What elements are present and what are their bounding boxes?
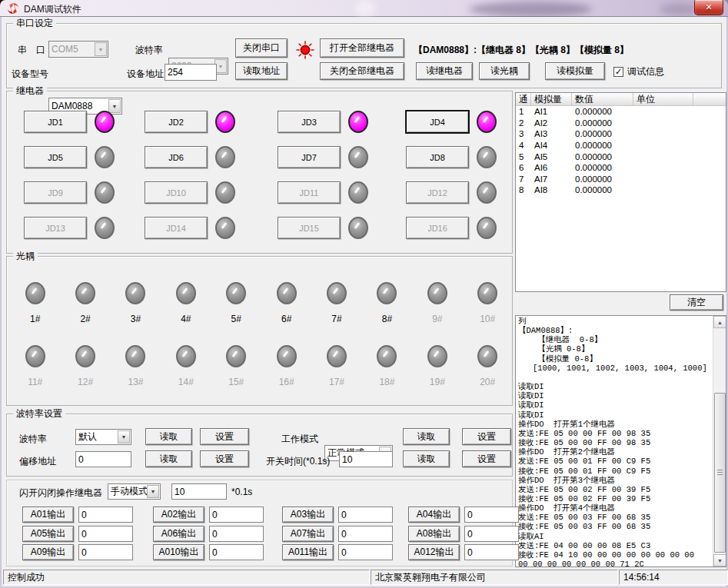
read-opto-button[interactable]: 读光耦 bbox=[479, 62, 530, 80]
output-value-input[interactable] bbox=[338, 507, 393, 523]
clear-log-button[interactable]: 清空 bbox=[670, 294, 723, 311]
relay-button[interactable]: JD7 bbox=[278, 146, 341, 168]
combo-baud-setting[interactable]: 默认 ▼ bbox=[75, 429, 131, 445]
output-value-input[interactable] bbox=[78, 544, 133, 560]
relay-button[interactable]: JD2 bbox=[145, 111, 208, 133]
debug-info-checkbox[interactable]: ✓ 调试信息 bbox=[613, 65, 664, 78]
relay-cell: JD3 bbox=[278, 111, 406, 146]
output-button[interactable]: A05输出 bbox=[22, 526, 74, 542]
read-address-button[interactable]: 读取地址 bbox=[235, 62, 288, 80]
table-row[interactable]: 1 AI1 0.000000 bbox=[516, 106, 726, 118]
relay-button[interactable]: JD3 bbox=[278, 111, 341, 133]
output-value-input[interactable] bbox=[464, 544, 519, 560]
log-output[interactable]: 列 【DAM0888】: 【继电器 0-8】 【光耦 0-8】 【模拟量 0-8… bbox=[518, 317, 711, 566]
table-row[interactable]: 5 AI5 0.000000 bbox=[516, 151, 726, 162]
output-value-input[interactable] bbox=[338, 544, 393, 560]
relay-led bbox=[348, 111, 368, 133]
table-row[interactable]: 4 AI4 0.000000 bbox=[516, 140, 726, 151]
output-value-input[interactable] bbox=[78, 526, 133, 542]
output-value-input[interactable] bbox=[464, 526, 519, 542]
checkbox-box[interactable]: ✓ bbox=[613, 67, 623, 77]
output-button[interactable]: A01输出 bbox=[22, 507, 74, 523]
output-cell: A07输出 bbox=[282, 526, 408, 544]
close-button[interactable]: ✕ bbox=[694, 0, 723, 15]
table-row[interactable]: 2 AI2 0.000000 bbox=[516, 118, 726, 129]
led-highlight bbox=[483, 116, 489, 123]
relay-button[interactable]: JD16 bbox=[406, 217, 469, 239]
output-button[interactable]: A09输出 bbox=[22, 544, 74, 560]
scroll-thumb[interactable] bbox=[714, 393, 726, 553]
combo-flash-mode[interactable]: 手动模式 ▼ bbox=[108, 483, 161, 500]
scroll-down-button[interactable]: ▼ bbox=[713, 554, 726, 566]
output-button[interactable]: A010输出 bbox=[153, 544, 204, 560]
table-header-cell[interactable]: 数值 bbox=[572, 93, 633, 105]
set-switch-time-button[interactable]: 设置 bbox=[462, 450, 511, 467]
output-button[interactable]: A011输出 bbox=[282, 544, 334, 560]
output-button[interactable]: A07输出 bbox=[282, 526, 334, 542]
table-row[interactable]: 3 AI3 0.000000 bbox=[516, 128, 726, 140]
table-row[interactable]: 7 AI7 0.000000 bbox=[516, 174, 726, 185]
table-header-cell[interactable] bbox=[693, 93, 726, 105]
opto-led bbox=[477, 345, 497, 367]
chevron-down-icon[interactable]: ▼ bbox=[95, 42, 107, 56]
log-panel[interactable]: 列 【DAM0888】: 【继电器 0-8】 【光耦 0-8】 【模拟量 0-8… bbox=[515, 315, 726, 567]
relay-button[interactable]: JD1 bbox=[24, 111, 87, 133]
read-switch-time-button[interactable]: 读取 bbox=[403, 450, 450, 467]
input-offset-address[interactable] bbox=[75, 451, 131, 467]
output-value-input[interactable] bbox=[209, 544, 264, 560]
relay-button[interactable]: JD11 bbox=[278, 181, 341, 204]
read-offset-button[interactable]: 读取 bbox=[145, 450, 192, 467]
log-scrollbar[interactable]: ▲ ▼ bbox=[713, 316, 726, 566]
relay-button[interactable]: JD14 bbox=[145, 217, 208, 239]
table-row[interactable]: 6 AI6 0.000000 bbox=[516, 162, 726, 174]
relay-button[interactable]: JD15 bbox=[278, 217, 341, 239]
group-flash-operate: 闪开闪闭操作继电器 手动模式 ▼ *0.1s A01输出 A02输出 bbox=[6, 480, 513, 566]
relay-button[interactable]: JD13 bbox=[24, 217, 87, 239]
table-header-cell[interactable]: 单位 bbox=[633, 93, 693, 105]
cell-channel: 7 bbox=[516, 174, 531, 184]
chevron-down-icon[interactable]: ▼ bbox=[147, 485, 159, 498]
close-serial-button[interactable]: 关闭串口 bbox=[235, 38, 288, 58]
opto-cell: 7# bbox=[311, 282, 361, 324]
table-header-cell[interactable]: 模拟量 bbox=[531, 93, 572, 105]
relay-button[interactable]: JD6 bbox=[145, 146, 208, 168]
output-value-input[interactable] bbox=[209, 507, 264, 523]
output-button[interactable]: A012输出 bbox=[408, 544, 460, 560]
output-value-input[interactable] bbox=[338, 526, 393, 542]
output-button[interactable]: A03输出 bbox=[282, 507, 334, 523]
input-flash-time[interactable] bbox=[171, 483, 227, 500]
output-button[interactable]: A06输出 bbox=[153, 526, 204, 542]
input-device-address[interactable] bbox=[165, 64, 217, 81]
opto-led bbox=[427, 282, 447, 304]
output-value-input[interactable] bbox=[78, 507, 133, 523]
relay-button[interactable]: JD8 bbox=[406, 146, 469, 168]
opto-label: 14# bbox=[178, 377, 194, 387]
scroll-up-button[interactable]: ▲ bbox=[713, 316, 726, 328]
read-work-mode-button[interactable]: 读取 bbox=[403, 428, 450, 445]
relay-button[interactable]: JD12 bbox=[406, 181, 469, 204]
relay-button[interactable]: JD10 bbox=[145, 181, 208, 204]
open-all-relays-button[interactable]: 打开全部继电器 bbox=[320, 38, 404, 58]
input-switch-time[interactable] bbox=[339, 451, 393, 467]
table-header-cell[interactable]: 通 bbox=[516, 93, 531, 105]
client-area: 串口设定 串 口 COM5 ▼ 波特率 9600 ▼ 关闭串口 bbox=[0, 17, 728, 569]
output-value-input[interactable] bbox=[209, 526, 264, 542]
combo-port[interactable]: COM5 ▼ bbox=[48, 41, 108, 58]
output-button[interactable]: A04输出 bbox=[408, 507, 460, 523]
read-relay-button[interactable]: 读继电器 bbox=[416, 62, 473, 80]
output-button[interactable]: A02输出 bbox=[153, 507, 204, 523]
output-value-input[interactable] bbox=[464, 507, 519, 523]
close-all-relays-button[interactable]: 关闭全部继电器 bbox=[320, 62, 404, 80]
relay-button[interactable]: JD4 bbox=[406, 111, 469, 133]
output-button[interactable]: A08输出 bbox=[408, 526, 460, 542]
relay-button[interactable]: JD9 bbox=[24, 181, 87, 204]
read-analog-button[interactable]: 读模拟量 bbox=[545, 62, 605, 80]
set-offset-button[interactable]: 设置 bbox=[200, 450, 249, 467]
chevron-down-icon[interactable]: ▼ bbox=[118, 430, 130, 443]
set-work-mode-button[interactable]: 设置 bbox=[462, 428, 511, 445]
read-baud-button[interactable]: 读取 bbox=[145, 428, 192, 445]
cell-channel: 3 bbox=[516, 129, 531, 138]
table-row[interactable]: 8 AI8 0.000000 bbox=[516, 184, 726, 196]
relay-button[interactable]: JD5 bbox=[24, 146, 87, 168]
set-baud-button[interactable]: 设置 bbox=[200, 428, 249, 445]
